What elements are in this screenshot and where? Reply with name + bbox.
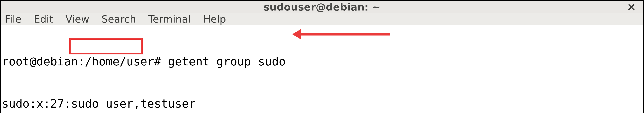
terminal-line-1: root@debian:/home/user# getent group sud…: [2, 54, 642, 68]
output-suffix: ,testuser: [133, 97, 196, 110]
title-bar: sudouser@debian: ~ ×: [1, 1, 643, 13]
terminal-viewport[interactable]: root@debian:/home/user# getent group sud…: [1, 25, 643, 113]
terminal-window: sudouser@debian: ~ × File Edit View Sear…: [0, 0, 644, 113]
close-icon[interactable]: ×: [627, 2, 636, 13]
window-title: sudouser@debian: ~: [1, 1, 643, 13]
menu-terminal[interactable]: Terminal: [148, 13, 191, 25]
menu-file[interactable]: File: [5, 13, 22, 25]
prompt: root@debian:/home/user#: [2, 55, 168, 68]
menu-search[interactable]: Search: [102, 13, 136, 25]
menu-view[interactable]: View: [66, 13, 89, 25]
output-prefix: sudo:x:27:: [2, 97, 71, 110]
terminal-line-2: sudo:x:27:sudo_user,testuser: [2, 97, 642, 111]
command-text: getent group sudo: [168, 55, 286, 68]
menu-help[interactable]: Help: [203, 13, 226, 25]
annotation-arrow-icon: [292, 29, 393, 40]
annotation-highlight-box: [69, 38, 143, 54]
menu-bar: File Edit View Search Terminal Help: [1, 13, 643, 25]
menu-edit[interactable]: Edit: [34, 13, 53, 25]
output-highlighted: sudo_user: [71, 97, 133, 110]
